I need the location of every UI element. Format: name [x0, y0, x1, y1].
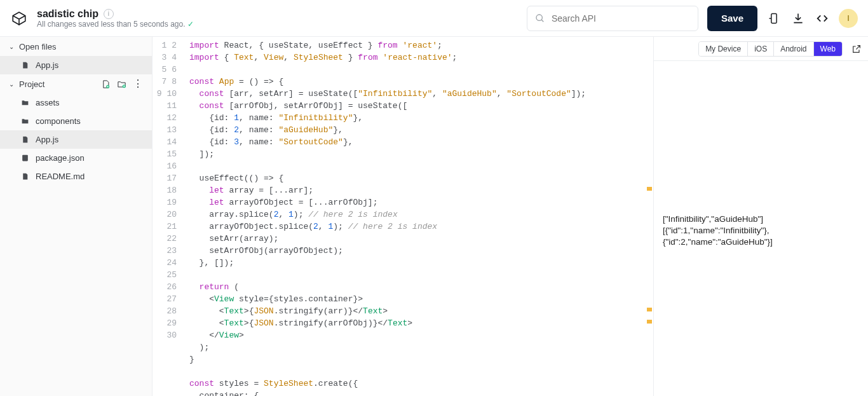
file-label: components — [36, 116, 81, 126]
project-header[interactable]: ⌄ Project ⋮ — [0, 74, 152, 93]
marker-bar — [646, 37, 653, 396]
folder-icon — [20, 117, 29, 126]
project-item[interactable]: components — [0, 112, 152, 130]
svg-point-0 — [536, 15, 542, 20]
run-on-device-icon[interactable] — [766, 11, 782, 26]
project-item[interactable]: package.json — [0, 149, 152, 167]
sidebar: ⌄ Open files App.js ⌄ Project ⋮ assetsco… — [0, 37, 153, 396]
open-files-header[interactable]: ⌄ Open files — [0, 37, 152, 56]
file-label: package.json — [36, 153, 85, 163]
js-file-icon — [20, 135, 29, 144]
avatar[interactable]: I — [839, 9, 858, 28]
project-item[interactable]: README.md — [0, 167, 152, 186]
file-label: assets — [36, 98, 60, 107]
device-tab-web[interactable]: Web — [813, 42, 842, 56]
expo-logo-icon[interactable] — [10, 10, 28, 27]
file-label: README.md — [36, 172, 85, 181]
file-label: App.js — [36, 60, 58, 70]
new-file-icon[interactable] — [101, 79, 111, 89]
download-icon[interactable] — [790, 11, 806, 26]
open-file-item[interactable]: App.js — [0, 56, 152, 74]
file-label: App.js — [36, 135, 58, 144]
output-line: {"id":2,"name":"aGuideHub"}] — [663, 236, 859, 248]
info-icon[interactable]: i — [104, 9, 114, 19]
preview-output: ["Infinitbility","aGuideHub"][{"id":1,"n… — [654, 61, 868, 396]
search-input[interactable] — [527, 6, 698, 31]
search-icon — [535, 13, 545, 24]
md-file-icon — [20, 172, 29, 181]
check-icon: ✓ — [187, 20, 194, 29]
popout-icon[interactable] — [849, 44, 862, 54]
device-tab-my-device[interactable]: My Device — [699, 42, 747, 56]
embed-icon[interactable] — [815, 11, 830, 26]
save-status: All changes saved less than 5 seconds ag… — [37, 20, 194, 29]
json-file-icon — [20, 154, 29, 163]
logo-area: sadistic chip i All changes saved less t… — [10, 8, 194, 29]
project-item[interactable]: App.js — [0, 130, 152, 149]
new-folder-icon[interactable] — [117, 79, 126, 89]
svg-rect-1 — [771, 13, 776, 23]
svg-rect-4 — [22, 155, 28, 161]
more-icon[interactable]: ⋮ — [133, 79, 143, 89]
warning-marker[interactable] — [647, 187, 652, 191]
device-tabs: My DeviceiOSAndroidWeb — [698, 41, 843, 57]
save-button[interactable]: Save — [707, 6, 757, 31]
code-editor[interactable]: 1 2 3 4 5 6 7 8 9 10 11 12 13 14 15 16 1… — [153, 37, 653, 396]
project-title[interactable]: sadistic chip — [37, 8, 98, 20]
warning-marker[interactable] — [647, 320, 652, 324]
line-gutter: 1 2 3 4 5 6 7 8 9 10 11 12 13 14 15 16 1… — [153, 37, 183, 396]
folder-icon — [20, 99, 29, 107]
device-tab-android[interactable]: Android — [773, 42, 813, 56]
warning-marker[interactable] — [647, 308, 652, 311]
output-line: ["Infinitbility","aGuideHub"] — [663, 214, 859, 225]
device-tab-ios[interactable]: iOS — [747, 42, 773, 56]
header: sadistic chip i All changes saved less t… — [0, 0, 868, 37]
js-file-icon — [20, 61, 29, 70]
output-line: [{"id":1,"name":"Infinitbility"}, — [663, 225, 859, 236]
project-item[interactable]: assets — [0, 93, 152, 112]
chevron-down-icon: ⌄ — [9, 81, 14, 88]
preview-panel: My DeviceiOSAndroidWeb ["Infinitbility",… — [653, 37, 868, 396]
chevron-down-icon: ⌄ — [9, 43, 14, 50]
